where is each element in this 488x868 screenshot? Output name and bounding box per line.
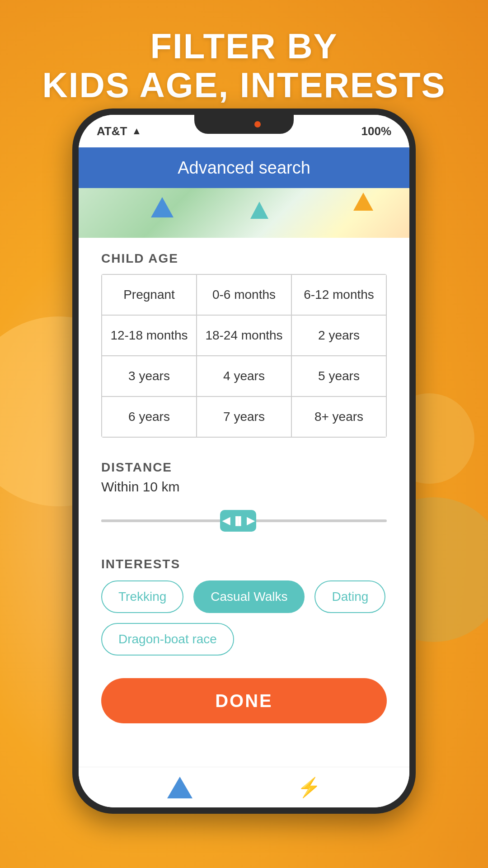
- distance-slider[interactable]: ◀ ▐▌ ▶: [101, 507, 387, 534]
- phone-frame: AT&T ▲ 100% Advanced search CHIL: [72, 108, 416, 814]
- age-6years[interactable]: 6 years: [102, 396, 197, 437]
- interests-section: INTERESTS Trekking Casual Walks Dating D…: [79, 539, 409, 669]
- interest-dating[interactable]: Dating: [314, 580, 385, 613]
- map-pin-teal: [250, 202, 268, 219]
- age-grid-row-1: Pregnant 0-6 months 6-12 months: [102, 274, 386, 315]
- phone-screen: AT&T ▲ 100% Advanced search CHIL: [79, 115, 409, 807]
- age-5years[interactable]: 5 years: [291, 356, 386, 396]
- age-pregnant[interactable]: Pregnant: [102, 274, 197, 315]
- distance-value: Within 10 km: [101, 479, 387, 495]
- scroll-area[interactable]: CHILD AGE Pregnant 0-6 months 6-12 month…: [79, 188, 409, 807]
- wifi-icon: ▲: [131, 125, 141, 137]
- distance-label: DISTANCE: [101, 456, 387, 479]
- slider-thumb[interactable]: ◀ ▐▌ ▶: [220, 510, 256, 532]
- app-header: Advanced search: [79, 147, 409, 188]
- age-12-18months[interactable]: 12-18 months: [102, 315, 197, 356]
- slider-left-arrow: ◀: [222, 515, 230, 527]
- age-grid-row-2: 12-18 months 18-24 months 2 years: [102, 315, 386, 356]
- camera-dot: [254, 121, 261, 127]
- content-container: CHILD AGE Pregnant 0-6 months 6-12 month…: [79, 188, 409, 760]
- age-7years[interactable]: 7 years: [197, 396, 291, 437]
- interest-dragon-boat[interactable]: Dragon-boat race: [101, 623, 234, 656]
- done-button-container: DONE: [79, 669, 409, 741]
- age-8plus-years[interactable]: 8+ years: [291, 396, 386, 437]
- nav-back-icon[interactable]: [167, 777, 192, 798]
- status-bar: AT&T ▲ 100%: [79, 115, 409, 147]
- slider-handle-icon: ▐▌: [233, 516, 244, 526]
- age-grid: Pregnant 0-6 months 6-12 months 12-18 mo…: [101, 274, 387, 438]
- map-pin-blue: [151, 197, 174, 217]
- age-3years[interactable]: 3 years: [102, 356, 197, 396]
- age-grid-row-4: 6 years 7 years 8+ years: [102, 396, 386, 437]
- age-6-12months[interactable]: 6-12 months: [291, 274, 386, 315]
- age-4years[interactable]: 4 years: [197, 356, 291, 396]
- page-title: FILTER BY KIDS AGE, INTERESTS: [0, 27, 488, 105]
- distance-section: DISTANCE Within 10 km ◀ ▐▌ ▶: [79, 451, 409, 539]
- notch: [194, 115, 294, 134]
- done-button[interactable]: DONE: [101, 678, 387, 723]
- interests-label: INTERESTS: [101, 548, 387, 576]
- map-pin-orange: [353, 193, 373, 211]
- age-18-24months[interactable]: 18-24 months: [197, 315, 291, 356]
- app-header-title: Advanced search: [178, 158, 310, 178]
- interest-trekking[interactable]: Trekking: [101, 580, 183, 613]
- nav-lightning-icon[interactable]: ⚡: [297, 776, 321, 798]
- map-preview: [79, 188, 409, 238]
- carrier-status: AT&T ▲: [97, 124, 141, 138]
- age-0-6months[interactable]: 0-6 months: [197, 274, 291, 315]
- age-grid-row-3: 3 years 4 years 5 years: [102, 356, 386, 396]
- battery-status: 100%: [361, 124, 392, 138]
- child-age-label: CHILD AGE: [79, 238, 409, 274]
- slider-right-arrow: ▶: [247, 515, 254, 527]
- interest-casual-walks[interactable]: Casual Walks: [193, 580, 305, 613]
- age-2years[interactable]: 2 years: [291, 315, 386, 356]
- bottom-nav: ⚡: [79, 767, 409, 807]
- interests-tags-container: Trekking Casual Walks Dating Dragon-boat…: [101, 580, 387, 656]
